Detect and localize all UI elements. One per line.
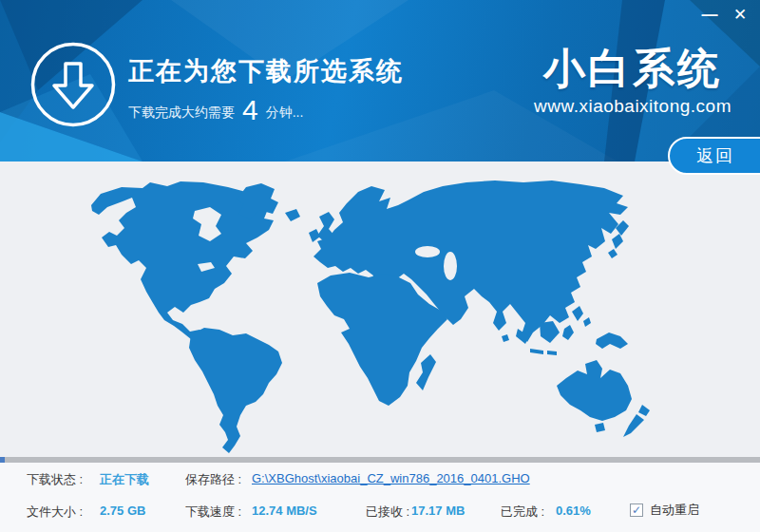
speed-value: 12.74 MB/S <box>252 504 317 518</box>
world-map <box>0 162 760 457</box>
world-map-panel <box>0 162 760 457</box>
eta-minutes-value: 4 <box>242 99 258 122</box>
page-title: 正在为您下载所选系统 <box>128 54 404 88</box>
file-size-label: 文件大小 : <box>27 504 83 521</box>
download-icon <box>29 41 117 128</box>
received-label: 已接收 : <box>366 504 409 521</box>
status-bar: 下载状态 : 正在下载 保存路径 : G:\XBGhost\xiaobai_CZ… <box>0 463 760 532</box>
save-path-label: 保存路径 : <box>185 471 241 488</box>
header-text-block: 正在为您下载所选系统 下载完成大约需要 4 分钟... <box>128 54 404 122</box>
completed-label: 已完成 : <box>501 504 544 521</box>
eta-prefix: 下载完成大约需要 <box>128 104 235 122</box>
brand-website: www.xiaobaixitong.com <box>534 96 732 117</box>
file-size-value: 2.75 GB <box>100 504 145 518</box>
close-button[interactable]: ✕ <box>728 4 752 27</box>
brand-block: 小白系统 www.xiaobaixitong.com <box>534 48 732 117</box>
download-status-label: 下载状态 : <box>27 471 83 488</box>
completed-value: 0.61% <box>556 504 591 518</box>
eta-suffix: 分钟... <box>266 104 304 122</box>
app-window: — ✕ 正在为您下载所选系统 下载完成大约需要 4 分钟... 小白系统 www… <box>0 0 760 532</box>
save-path-link[interactable]: G:\XBGhost\xiaobai_CZ_win786_2016_0401.G… <box>252 471 530 485</box>
back-button[interactable]: 返回 <box>668 137 760 175</box>
download-status-value: 正在下载 <box>100 471 149 488</box>
minimize-button[interactable]: — <box>697 4 722 27</box>
header-banner: — ✕ 正在为您下载所选系统 下载完成大约需要 4 分钟... 小白系统 www… <box>0 0 760 162</box>
received-value: 17.17 MB <box>411 504 465 518</box>
brand-logo: 小白系统 <box>534 48 732 89</box>
eta-text: 下载完成大约需要 4 分钟... <box>128 99 404 122</box>
speed-label: 下载速度 : <box>185 504 241 521</box>
auto-restart-checkbox[interactable]: ✓ <box>630 504 643 517</box>
auto-restart-toggle[interactable]: ✓ 自动重启 <box>630 502 699 519</box>
auto-restart-label: 自动重启 <box>650 502 699 519</box>
